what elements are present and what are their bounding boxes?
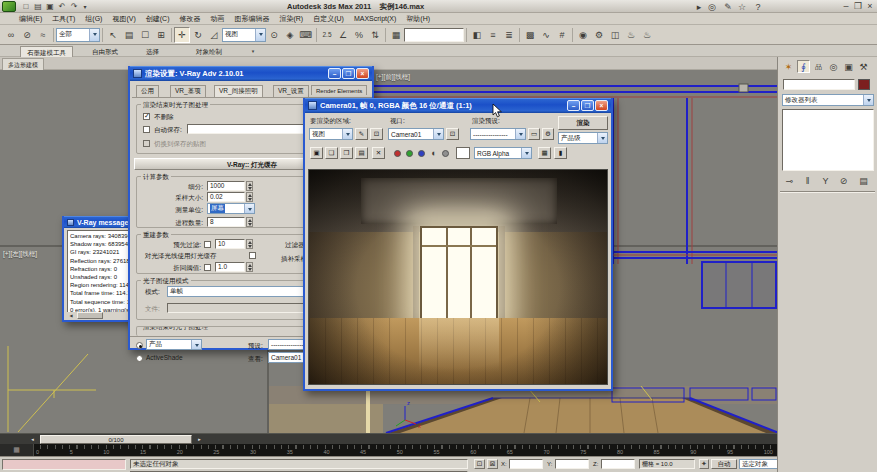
dialog-restore-icon[interactable]: ❐ bbox=[342, 68, 355, 79]
auto-region-icon[interactable]: ⊡ bbox=[370, 128, 383, 140]
make-unique-icon[interactable]: Y bbox=[818, 175, 833, 187]
render-button[interactable]: 渲染 bbox=[558, 116, 608, 130]
subdivs-spinner[interactable] bbox=[246, 181, 253, 191]
frame-back-icon[interactable]: ◄ bbox=[28, 435, 37, 444]
copy-image-icon[interactable]: ❏ bbox=[325, 147, 338, 159]
passes-field[interactable]: 8 bbox=[207, 217, 245, 227]
print-image-icon[interactable]: ▤ bbox=[355, 147, 368, 159]
retrace-spinner[interactable] bbox=[246, 262, 253, 272]
clear-image-icon[interactable]: ✕ bbox=[372, 147, 385, 159]
rendered-frame-title-bar[interactable]: Camera01, 帧 0, RGBA 颜色 16 位/通道 (1:1) – ❐… bbox=[305, 98, 611, 113]
prefilter-spinner[interactable] bbox=[246, 239, 253, 249]
ruler-numbers: 0510152025303540455055606570758085909510… bbox=[36, 449, 773, 455]
rendered-frame-window: Camera01, 帧 0, RGBA 颜色 16 位/通道 (1:1) – ❐… bbox=[303, 98, 613, 391]
tab-common[interactable]: 公用 bbox=[136, 85, 159, 97]
green-channel-icon[interactable] bbox=[406, 150, 413, 157]
red-channel-icon[interactable] bbox=[394, 150, 401, 157]
utilities-tab-icon[interactable]: ⚒ bbox=[857, 60, 870, 73]
channel-display-dropdown[interactable]: RGB Alpha bbox=[474, 147, 532, 159]
time-slider-track[interactable]: ◄ 0/100 ► bbox=[0, 433, 777, 444]
render-mode-dropdown[interactable]: 产品级 bbox=[558, 132, 608, 144]
tab-indirect-illumination[interactable]: VR_间接照明 bbox=[214, 85, 263, 97]
rfw-close-icon[interactable]: × bbox=[595, 100, 608, 111]
motion-tab-icon[interactable]: ◎ bbox=[827, 60, 840, 73]
pin-stack-icon[interactable]: ⊸ bbox=[782, 175, 797, 187]
viewport-dropdown[interactable]: Camera01 bbox=[388, 128, 444, 140]
time-slider-handle[interactable]: 0/100 bbox=[40, 435, 192, 444]
tab-vray[interactable]: VR_基项 bbox=[170, 85, 206, 97]
dont-delete-checkbox[interactable] bbox=[143, 113, 150, 120]
area-to-render-dropdown[interactable]: 视图 bbox=[309, 128, 353, 140]
maxscript-mini-listener[interactable] bbox=[2, 459, 126, 470]
sample-size-field[interactable]: 0.02 bbox=[207, 192, 245, 202]
track-bar[interactable]: ▦ 05101520253035404550556065707580859095… bbox=[0, 444, 777, 456]
rfw-minimize-icon[interactable]: – bbox=[567, 100, 580, 111]
glossy-rays-checkbox[interactable] bbox=[249, 252, 256, 259]
auto-save-checkbox[interactable] bbox=[143, 126, 150, 133]
show-end-result-icon[interactable]: ‖ bbox=[800, 175, 815, 187]
scale-dropdown[interactable]: 屏幕 bbox=[207, 203, 255, 214]
passes-spinner[interactable] bbox=[246, 217, 253, 227]
retrace-field[interactable]: 1.0 bbox=[215, 262, 245, 272]
status-bar: 欢迎使用 MAX 未选定任何对象 ⊡ ⊠ X: Y: Z: 栅格 = 10.0 … bbox=[0, 456, 877, 472]
tab-render-elements[interactable]: Render Elements bbox=[311, 85, 367, 95]
production-radio[interactable] bbox=[136, 342, 143, 349]
modifier-stack-listbox[interactable] bbox=[782, 109, 874, 171]
selection-lock-icon[interactable]: ⊡ bbox=[474, 459, 485, 469]
set-key-icon[interactable]: ✦ bbox=[699, 459, 709, 469]
tab-vray-settings[interactable]: VR_设置 bbox=[273, 85, 309, 97]
z-coordinate-field[interactable] bbox=[601, 459, 635, 469]
sample-size-spinner[interactable] bbox=[246, 192, 253, 202]
object-color-swatch[interactable] bbox=[858, 79, 870, 90]
prefilter-checkbox[interactable] bbox=[204, 241, 211, 248]
dialog-close-icon[interactable]: × bbox=[356, 68, 369, 79]
dialog-minimize-icon[interactable]: – bbox=[328, 68, 341, 79]
auto-key-button[interactable]: 自动 bbox=[711, 459, 737, 469]
environment-icon[interactable]: ⚙ bbox=[542, 128, 554, 140]
display-tab-icon[interactable]: ▣ bbox=[842, 60, 855, 73]
y-coordinate-field[interactable] bbox=[555, 459, 589, 469]
scrollbar-thumb[interactable] bbox=[77, 312, 103, 319]
object-name-field[interactable] bbox=[783, 79, 855, 90]
create-tab-icon[interactable]: ✶ bbox=[782, 60, 795, 73]
render-preset-dropdown[interactable]: ---------------- bbox=[470, 128, 526, 140]
rfw-restore-icon[interactable]: ❐ bbox=[581, 100, 594, 111]
clone-window-icon[interactable]: ❐ bbox=[340, 147, 353, 159]
modifier-list-dropdown[interactable]: 修改器列表 bbox=[782, 94, 874, 106]
switch-to-saved-checkbox[interactable] bbox=[143, 140, 150, 147]
save-image-icon[interactable]: ▣ bbox=[310, 147, 323, 159]
monochrome-channel-icon[interactable]: ◐ bbox=[428, 147, 440, 159]
viewport-lock-icon[interactable]: ⊡ bbox=[446, 128, 459, 140]
render-vignette bbox=[309, 170, 607, 384]
viewport-label-left[interactable]: [+][左][线框] bbox=[3, 250, 37, 259]
blue-channel-icon[interactable] bbox=[418, 150, 425, 157]
scroll-left-icon[interactable]: ◀ bbox=[67, 312, 75, 319]
auto-save-label: 自动保存: bbox=[154, 126, 182, 135]
activeshade-radio[interactable] bbox=[136, 355, 143, 362]
layers-icon[interactable]: ▮ bbox=[554, 147, 567, 159]
hierarchy-tab-icon[interactable]: 品 bbox=[812, 60, 825, 73]
subdivs-label: 细分: bbox=[143, 183, 203, 192]
rendered-image[interactable] bbox=[308, 169, 608, 385]
edit-region-icon[interactable]: ✎ bbox=[355, 128, 368, 140]
remove-modifier-icon[interactable]: ⊘ bbox=[836, 175, 851, 187]
render-settings-title-bar[interactable]: 渲染设置: V-Ray Adv 2.10.01 – ❐ × bbox=[130, 66, 372, 81]
subdivs-field[interactable]: 1000 bbox=[207, 181, 245, 191]
x-coordinate-field[interactable] bbox=[509, 459, 543, 469]
alpha-channel-icon[interactable] bbox=[442, 150, 449, 157]
absolute-relative-icon[interactable]: ⊠ bbox=[487, 459, 498, 469]
retrace-checkbox[interactable] bbox=[204, 264, 211, 271]
grid-size-readout: 栅格 = 10.0 bbox=[639, 459, 695, 469]
scale-label: 测量单位: bbox=[143, 206, 203, 215]
mini-curve-editor-icon[interactable]: ▦ bbox=[0, 444, 34, 456]
production-dropdown[interactable]: 产品 bbox=[146, 339, 202, 350]
background-color-swatch[interactable] bbox=[456, 147, 470, 159]
3dsmax-application-window: □ ▤ ▣ ↶ ↷ ▾ Autodesk 3ds Max 2011 实例146.… bbox=[0, 0, 877, 472]
configure-modifier-sets-icon[interactable]: ▤ bbox=[856, 175, 871, 187]
frame-forward-icon[interactable]: ► bbox=[195, 435, 204, 444]
modify-tab-icon[interactable]: ∮ bbox=[797, 60, 810, 73]
prefilter-field[interactable]: 10 bbox=[215, 239, 245, 249]
render-setup-icon[interactable]: ▭ bbox=[528, 128, 540, 140]
color-correct-icon[interactable]: ▦ bbox=[538, 147, 551, 159]
viewport-label-front[interactable]: [+][前][线框] bbox=[376, 73, 410, 82]
